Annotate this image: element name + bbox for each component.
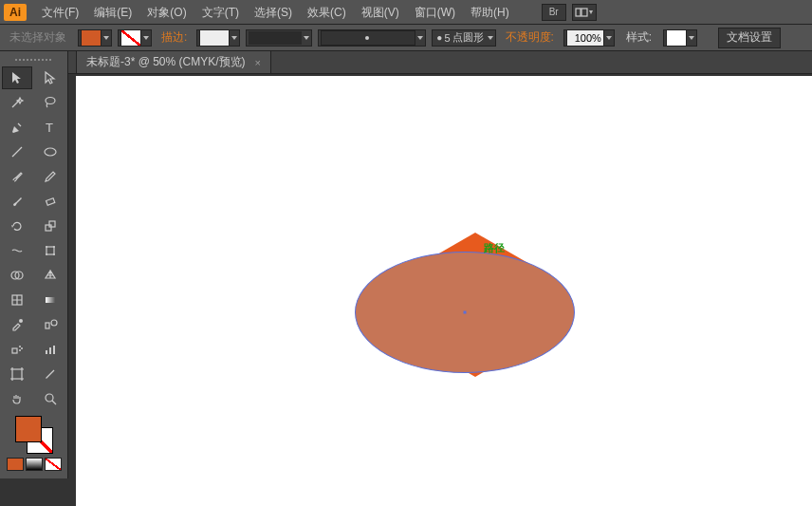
fill-swatch[interactable] — [78, 29, 112, 47]
menu-window[interactable]: 窗口(W) — [407, 1, 463, 24]
style-label: 样式: — [620, 29, 657, 46]
svg-point-10 — [46, 246, 47, 248]
svg-point-2 — [46, 98, 55, 104]
menu-bar: Ai 文件(F) 编辑(E) 对象(O) 文字(T) 选择(S) 效果(C) 视… — [0, 0, 812, 25]
svg-rect-17 — [46, 297, 55, 303]
fill-swatch-box[interactable] — [15, 416, 42, 442]
tool-pencil[interactable] — [35, 165, 65, 188]
svg-point-11 — [53, 246, 55, 248]
svg-rect-7 — [46, 225, 51, 231]
svg-rect-1 — [581, 9, 587, 16]
stroke-label: 描边: — [157, 29, 191, 46]
document-tabs: 未标题-3* @ 50% (CMYK/预览) × — [0, 51, 812, 74]
menu-help[interactable]: 帮助(H) — [463, 1, 517, 24]
tool-scale[interactable] — [35, 215, 65, 237]
tool-blend[interactable] — [35, 313, 65, 336]
tool-ellipse[interactable] — [35, 141, 65, 163]
tool-rotate[interactable] — [2, 215, 32, 237]
svg-rect-28 — [12, 369, 22, 379]
stroke-swatch[interactable] — [118, 29, 152, 47]
svg-point-24 — [19, 349, 21, 351]
fill-stroke-control[interactable] — [2, 416, 65, 471]
svg-text:T: T — [46, 121, 53, 135]
tool-artboard[interactable] — [2, 363, 32, 385]
tool-pen[interactable] — [2, 116, 32, 139]
menu-edit[interactable]: 编辑(E) — [86, 1, 139, 24]
svg-rect-0 — [576, 9, 581, 16]
tool-type[interactable]: T — [35, 116, 65, 139]
bridge-button[interactable]: Br — [542, 4, 566, 21]
tool-hand[interactable] — [2, 387, 32, 410]
tool-paintbrush[interactable] — [2, 165, 32, 188]
tool-column-graph[interactable] — [35, 338, 65, 361]
close-tab-icon[interactable]: × — [255, 57, 261, 68]
opacity-dropdown[interactable] — [563, 29, 615, 47]
svg-rect-8 — [49, 221, 55, 227]
path-label: 路径 — [484, 241, 505, 255]
tool-blob-brush[interactable] — [2, 190, 32, 213]
tool-lasso[interactable] — [35, 91, 65, 114]
svg-point-23 — [21, 347, 23, 349]
shape-ellipse[interactable] — [355, 252, 575, 373]
svg-point-13 — [53, 253, 55, 255]
svg-point-12 — [46, 253, 47, 255]
app-logo: Ai — [4, 4, 27, 21]
svg-rect-9 — [46, 247, 54, 254]
tool-zoom[interactable] — [35, 387, 65, 410]
opacity-input[interactable] — [566, 29, 604, 47]
svg-rect-19 — [46, 323, 49, 328]
svg-point-29 — [46, 394, 53, 402]
none-mode[interactable] — [45, 458, 62, 471]
svg-point-18 — [19, 319, 23, 323]
tool-eyedropper[interactable] — [2, 313, 32, 336]
control-bar: 未选择对象 描边: ● 5 点圆形 不透明度: 样式: 文档设置 — [0, 25, 812, 51]
color-mode[interactable] — [7, 458, 24, 471]
tool-magic-wand[interactable] — [2, 91, 32, 114]
menu-type[interactable]: 文字(T) — [194, 1, 247, 24]
brush-dot-icon — [365, 36, 369, 40]
tool-selection[interactable] — [2, 66, 32, 89]
document-tab-title: 未标题-3* @ 50% (CMYK/预览) — [86, 54, 246, 70]
tool-slice[interactable] — [35, 363, 65, 385]
selection-indicator: 未选择对象 — [4, 29, 72, 46]
tool-perspective-grid[interactable] — [35, 264, 65, 287]
svg-point-5 — [45, 148, 56, 156]
svg-line-4 — [12, 147, 22, 157]
svg-point-20 — [51, 320, 57, 326]
tool-eraser[interactable] — [35, 190, 65, 213]
menu-select[interactable]: 选择(S) — [247, 1, 300, 24]
canvas[interactable]: 路径 — [76, 76, 812, 506]
tool-symbol-sprayer[interactable] — [2, 338, 32, 361]
toolbox: T — [0, 51, 68, 478]
tool-gradient[interactable] — [35, 289, 65, 311]
svg-rect-25 — [46, 350, 47, 354]
svg-line-30 — [52, 401, 56, 404]
brush-def-dropdown[interactable]: ● 5 点圆形 — [432, 29, 495, 47]
menu-file[interactable]: 文件(F) — [34, 1, 86, 24]
svg-rect-21 — [12, 348, 17, 353]
stroke-weight-input[interactable] — [199, 29, 230, 47]
gradient-mode[interactable] — [26, 458, 43, 471]
stroke-weight-dropdown[interactable] — [196, 29, 240, 47]
menu-view[interactable]: 视图(V) — [354, 1, 407, 24]
document-setup-button[interactable]: 文档设置 — [718, 28, 781, 48]
svg-rect-6 — [46, 198, 54, 205]
tool-free-transform[interactable] — [35, 239, 65, 262]
menu-effect[interactable]: 效果(C) — [300, 1, 354, 24]
tool-shape-builder[interactable] — [2, 264, 32, 287]
tool-line[interactable] — [2, 141, 32, 163]
tool-direct-selection[interactable] — [35, 66, 65, 89]
opacity-label: 不透明度: — [502, 29, 558, 46]
svg-rect-27 — [53, 346, 55, 354]
svg-point-22 — [19, 346, 21, 347]
tool-mesh[interactable] — [2, 289, 32, 311]
tool-width[interactable] — [2, 239, 32, 262]
toolbox-grip[interactable] — [2, 55, 65, 65]
menu-object[interactable]: 对象(O) — [139, 1, 194, 24]
varwidth-dropdown[interactable] — [246, 29, 312, 47]
brush-dropdown[interactable] — [318, 29, 426, 47]
style-dropdown[interactable] — [663, 29, 697, 47]
document-tab[interactable]: 未标题-3* @ 50% (CMYK/预览) × — [76, 50, 271, 73]
svg-rect-26 — [49, 347, 51, 354]
workspace-switcher[interactable]: ▾ — [572, 4, 597, 21]
